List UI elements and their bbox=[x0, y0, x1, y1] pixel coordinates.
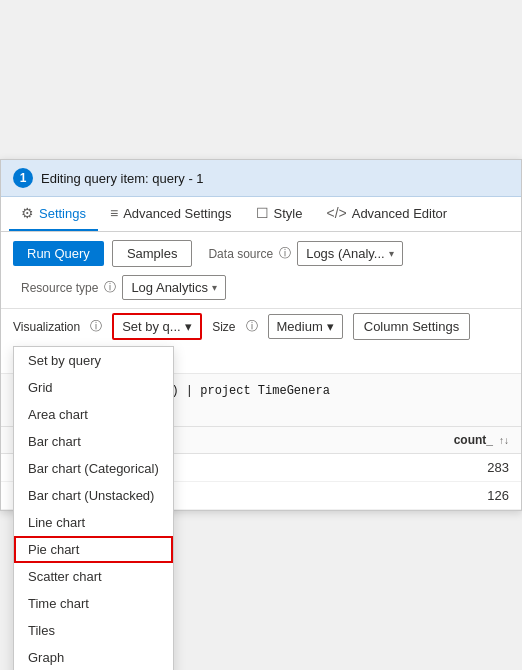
samples-button[interactable]: Samples bbox=[112, 240, 193, 267]
dropdown-item-grid[interactable]: Grid bbox=[14, 374, 173, 401]
dropdown-item-pie-chart[interactable]: Pie chart bbox=[14, 536, 173, 563]
title-badge: 1 bbox=[13, 168, 33, 188]
table-header-count: count_ ↑↓ bbox=[287, 427, 521, 454]
tab-style-label: Style bbox=[274, 206, 303, 221]
datasource-group: Data source ⓘ Logs (Analy... ▾ bbox=[208, 241, 402, 266]
dropdown-item-bar-chart-categorical[interactable]: Bar chart (Categorical) bbox=[14, 455, 173, 482]
resource-type-dropdown[interactable]: Log Analytics ▾ bbox=[122, 275, 226, 300]
vis-label: Visualization bbox=[13, 320, 80, 334]
size-value: Medium bbox=[277, 319, 323, 334]
tab-advanced-editor-label: Advanced Editor bbox=[352, 206, 447, 221]
size-info-icon: ⓘ bbox=[246, 318, 258, 335]
settings-icon: ⚙ bbox=[21, 205, 34, 221]
dropdown-item-bar-chart[interactable]: Bar chart bbox=[14, 428, 173, 455]
dropdown-item-area-chart[interactable]: Area chart bbox=[14, 401, 173, 428]
vis-value: Set by q... bbox=[122, 319, 181, 334]
dropdown-item-graph[interactable]: Graph bbox=[14, 644, 173, 670]
tab-advanced-settings-label: Advanced Settings bbox=[123, 206, 231, 221]
resource-type-label: Resource type bbox=[21, 281, 98, 295]
datasource-value: Logs (Analy... bbox=[306, 246, 385, 261]
tab-advanced-settings[interactable]: ≡ Advanced Settings bbox=[98, 197, 244, 231]
vis-info-icon: ⓘ bbox=[90, 318, 102, 335]
column-settings-button[interactable]: Column Settings bbox=[353, 313, 470, 340]
dropdown-item-tiles[interactable]: Tiles bbox=[14, 617, 173, 644]
nav-tabs: ⚙ Settings ≡ Advanced Settings ☐ Style <… bbox=[1, 197, 521, 232]
vis-chevron-icon: ▾ bbox=[185, 319, 192, 334]
vis-dropdown[interactable]: Set by q... ▾ bbox=[112, 313, 202, 340]
advanced-editor-icon: </> bbox=[326, 205, 346, 221]
datasource-chevron-icon: ▾ bbox=[389, 248, 394, 259]
dropdown-item-set-by-query[interactable]: Set by query bbox=[14, 347, 173, 374]
vis-dropdown-menu: Set by query Grid Area chart Bar chart B… bbox=[13, 346, 174, 670]
tab-style[interactable]: ☐ Style bbox=[244, 197, 315, 231]
dropdown-item-line-chart[interactable]: Line chart bbox=[14, 509, 173, 536]
tab-advanced-editor[interactable]: </> Advanced Editor bbox=[314, 197, 459, 231]
resource-type-chevron-icon: ▾ bbox=[212, 282, 217, 293]
table-cell-count-row1: 283 bbox=[287, 454, 521, 482]
dropdown-item-bar-chart-unstacked[interactable]: Bar chart (Unstacked) bbox=[14, 482, 173, 509]
tab-settings-label: Settings bbox=[39, 206, 86, 221]
resource-type-info-icon: ⓘ bbox=[104, 279, 116, 296]
size-dropdown[interactable]: Medium ▾ bbox=[268, 314, 343, 339]
style-icon: ☐ bbox=[256, 205, 269, 221]
vis-row: Visualization ⓘ Set by q... ▾ Size ⓘ Med… bbox=[1, 309, 521, 346]
dropdown-item-time-chart[interactable]: Time chart bbox=[14, 590, 173, 617]
tab-settings[interactable]: ⚙ Settings bbox=[9, 197, 98, 231]
dropdown-item-scatter-chart[interactable]: Scatter chart bbox=[14, 563, 173, 590]
sort-icon-count: ↑↓ bbox=[499, 435, 509, 446]
title-bar: 1 Editing query item: query - 1 bbox=[1, 160, 521, 197]
resource-type-value: Log Analytics bbox=[131, 280, 208, 295]
size-chevron-icon: ▾ bbox=[327, 319, 334, 334]
run-query-button[interactable]: Run Query bbox=[13, 241, 104, 266]
table-cell-count-row2: 126 bbox=[287, 482, 521, 510]
datasource-info-icon: ⓘ bbox=[279, 245, 291, 262]
main-window: 1 Editing query item: query - 1 ⚙ Settin… bbox=[0, 159, 522, 511]
toolbar: Run Query Samples Data source ⓘ Logs (An… bbox=[1, 232, 521, 309]
size-label: Size bbox=[212, 320, 235, 334]
resource-type-group: Resource type ⓘ Log Analytics ▾ bbox=[21, 275, 226, 300]
datasource-label: Data source bbox=[208, 247, 273, 261]
advanced-settings-icon: ≡ bbox=[110, 205, 118, 221]
title-text: Editing query item: query - 1 bbox=[41, 171, 204, 186]
datasource-dropdown[interactable]: Logs (Analy... ▾ bbox=[297, 241, 403, 266]
count-header-label: count_ bbox=[454, 433, 493, 447]
